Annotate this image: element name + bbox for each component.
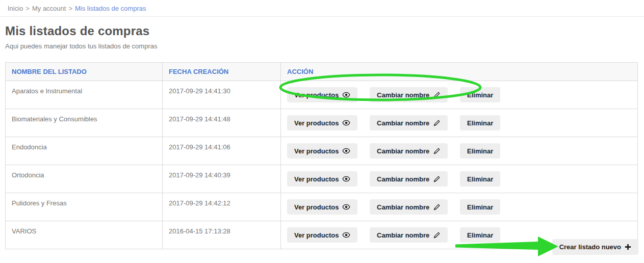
delete-label: Eliminar	[467, 91, 493, 99]
eye-icon	[342, 147, 350, 155]
actions-cell: Ver productos Cambiar nombre	[281, 81, 638, 109]
create-list-label: Crear listado nuevo	[559, 243, 621, 251]
view-products-button[interactable]: Ver productos	[287, 143, 357, 159]
column-header-name: NOMBRE DEL LISTADO	[6, 63, 163, 81]
breadcrumb-link-inicio[interactable]: Inicio	[8, 5, 23, 12]
breadcrumb-separator: >	[25, 5, 30, 12]
rename-button[interactable]: Cambiar nombre	[370, 199, 448, 215]
table-row: Pulidores y Fresas 2017-09-29 14:42:12 V…	[6, 193, 638, 221]
delete-button[interactable]: Eliminar	[460, 143, 500, 159]
view-products-button[interactable]: Ver productos	[287, 115, 357, 130]
view-products-button[interactable]: Ver productos	[287, 171, 357, 187]
pencil-icon	[433, 91, 441, 99]
creation-date-cell: 2017-09-29 14:41:30	[163, 81, 281, 109]
breadcrumb-separator: >	[68, 5, 72, 12]
actions-cell: Ver productos Cambiar nombre	[281, 193, 638, 221]
delete-button[interactable]: Eliminar	[460, 227, 500, 243]
pencil-icon	[433, 231, 441, 239]
delete-label: Eliminar	[467, 175, 493, 183]
actions-cell: Ver productos Cambiar nombre	[281, 109, 638, 137]
list-name-cell: VARIOS	[6, 221, 163, 249]
pencil-icon	[433, 119, 441, 127]
delete-label: Eliminar	[467, 119, 493, 127]
rename-button[interactable]: Cambiar nombre	[370, 143, 448, 159]
rename-button[interactable]: Cambiar nombre	[370, 115, 448, 130]
pencil-icon	[433, 203, 441, 211]
page-title: Mis listados de compras	[5, 24, 639, 38]
list-name-cell: Biomateriales y Consumibles	[6, 109, 163, 137]
view-products-button[interactable]: Ver productos	[287, 227, 357, 243]
rename-label: Cambiar nombre	[377, 147, 429, 155]
table-row: VARIOS 2016-04-15 17:13:28 Ver productos	[6, 221, 638, 249]
page-subtitle: Aqui puedes manejar todos tus listados d…	[5, 42, 639, 50]
creation-date-cell: 2017-09-29 14:41:48	[163, 109, 281, 137]
eye-icon	[342, 119, 350, 127]
breadcrumb: Inicio>My account>Mis listados de compra…	[0, 0, 644, 17]
view-products-label: Ver productos	[294, 231, 339, 239]
rename-label: Cambiar nombre	[377, 231, 429, 239]
eye-icon	[342, 91, 350, 99]
rename-button[interactable]: Cambiar nombre	[370, 227, 448, 243]
create-list-button[interactable]: Crear listado nuevo	[552, 239, 638, 255]
pencil-icon	[433, 175, 441, 183]
shopping-lists-table: NOMBRE DEL LISTADO FECHA CREACIÓN ACCIÓN…	[5, 62, 638, 249]
delete-label: Eliminar	[467, 203, 493, 211]
view-products-label: Ver productos	[294, 119, 339, 127]
rename-button[interactable]: Cambiar nombre	[370, 171, 448, 187]
breadcrumb-link-mis-listados[interactable]: Mis listados de compras	[75, 5, 146, 12]
creation-date-cell: 2016-04-15 17:13:28	[163, 221, 281, 249]
view-products-button[interactable]: Ver productos	[287, 87, 357, 102]
table-header-row: NOMBRE DEL LISTADO FECHA CREACIÓN ACCIÓN	[6, 63, 638, 81]
eye-icon	[342, 203, 350, 211]
delete-label: Eliminar	[467, 147, 493, 155]
list-name-cell: Ortodoncia	[6, 165, 163, 193]
view-products-label: Ver productos	[294, 175, 339, 183]
column-header-date: FECHA CREACIÓN	[163, 63, 281, 81]
creation-date-cell: 2017-09-29 14:42:12	[163, 193, 281, 221]
plus-icon	[625, 244, 631, 250]
table-row: Biomateriales y Consumibles 2017-09-29 1…	[6, 109, 638, 137]
delete-button[interactable]: Eliminar	[460, 87, 500, 102]
actions-cell: Ver productos Cambiar nombre	[281, 137, 638, 165]
creation-date-cell: 2017-09-29 14:40:39	[163, 165, 281, 193]
view-products-label: Ver productos	[294, 147, 339, 155]
actions-cell: Ver productos Cambiar nombre	[281, 165, 638, 193]
creation-date-cell: 2017-09-29 14:41:06	[163, 137, 281, 165]
footer-actions: Crear listado nuevo	[552, 239, 638, 255]
list-name-cell: Endodoncia	[6, 137, 163, 165]
table-row: Aparatos e Instrumental 2017-09-29 14:41…	[6, 81, 638, 109]
eye-icon	[342, 175, 350, 183]
list-name-cell: Aparatos e Instrumental	[6, 81, 163, 109]
pencil-icon	[433, 147, 441, 155]
view-products-button[interactable]: Ver productos	[287, 199, 357, 215]
delete-button[interactable]: Eliminar	[460, 199, 500, 215]
delete-button[interactable]: Eliminar	[460, 115, 500, 130]
rename-label: Cambiar nombre	[377, 203, 429, 211]
rename-label: Cambiar nombre	[377, 175, 429, 183]
rename-button[interactable]: Cambiar nombre	[370, 87, 448, 102]
view-products-label: Ver productos	[294, 91, 339, 99]
breadcrumb-link-my-account[interactable]: My account	[32, 5, 66, 12]
delete-label: Eliminar	[467, 231, 493, 239]
table-row: Ortodoncia 2017-09-29 14:40:39 Ver produ…	[6, 165, 638, 193]
delete-button[interactable]: Eliminar	[460, 171, 500, 187]
eye-icon	[342, 231, 350, 239]
table-row: Endodoncia 2017-09-29 14:41:06 Ver produ…	[6, 137, 638, 165]
column-header-action: ACCIÓN	[281, 63, 638, 81]
list-name-cell: Pulidores y Fresas	[6, 193, 163, 221]
view-products-label: Ver productos	[294, 203, 339, 211]
rename-label: Cambiar nombre	[377, 119, 429, 127]
rename-label: Cambiar nombre	[377, 91, 429, 99]
